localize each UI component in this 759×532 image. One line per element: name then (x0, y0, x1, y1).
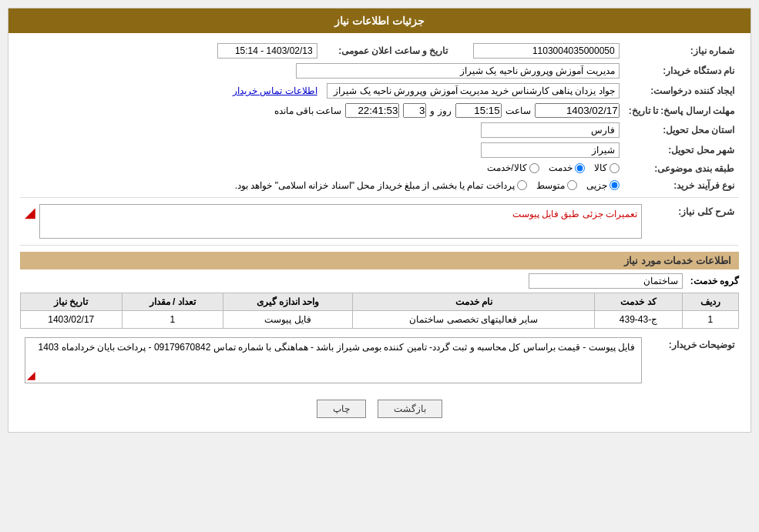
deadline-remaining-input[interactable] (345, 103, 399, 118)
page-title: جزئیات اطلاعات نیاز (8, 8, 751, 33)
deadline-days-input[interactable] (403, 103, 426, 118)
purchase-jozii-option[interactable]: جزیی (586, 180, 620, 191)
notes-resize-arrow: ◢ (27, 369, 35, 381)
purchase-motawaset-option[interactable]: متوسط (536, 180, 577, 191)
services-section-title: اطلاعات خدمات مورد نیاز (20, 252, 739, 269)
print-button[interactable]: چاپ (317, 400, 366, 418)
category-kala-option[interactable]: کالا (594, 162, 620, 173)
purchase-motawaset-label: متوسط (536, 180, 565, 191)
deadline-date-input[interactable] (535, 103, 620, 118)
buyer-notes-box: فایل پیوست - قیمت براساس کل محاسبه و ثبت… (25, 337, 642, 383)
deadline-remaining-label: ساعت باقی مانده (274, 105, 342, 116)
buyer-org-label: نام دستگاه خریدار: (624, 61, 739, 81)
creator-input[interactable] (327, 83, 620, 99)
col-header-qty: تعداد / مقدار (122, 293, 223, 310)
action-buttons: بازگشت چاپ (20, 393, 739, 424)
province-label: استان محل تحویل: (624, 120, 739, 140)
need-number-input[interactable] (473, 43, 620, 59)
col-header-name: نام خدمت (353, 293, 595, 310)
category-kala-khedmat-label: کالا/خدمت (487, 162, 526, 173)
cell-name: سایر فعالیتهای تخصصی ساختمان (353, 310, 595, 328)
service-group-input[interactable] (529, 273, 683, 289)
purchase-jozii-label: جزیی (586, 180, 607, 191)
services-table: ردیف کد خدمت نام خدمت واحد اندازه گیری ت… (20, 293, 739, 329)
purchase-esnad-label: پرداخت تمام یا بخشی از مبلغ خریداز محل "… (235, 180, 515, 191)
need-number-label: شماره نیاز: (624, 41, 739, 61)
deadline-days-label: روز و (430, 105, 451, 116)
deadline-time-input[interactable] (455, 103, 502, 118)
buyer-notes-text: فایل پیوست - قیمت براساس کل محاسبه و ثبت… (39, 342, 635, 353)
table-row: 1 ج-43-439 سایر فعالیتهای تخصصی ساختمان … (21, 310, 739, 328)
resize-arrow: ◢ (25, 204, 35, 221)
cell-date: 1403/02/17 (21, 310, 123, 328)
cell-code: ج-43-439 (595, 310, 682, 328)
cell-unit: فایل پیوست (223, 310, 352, 328)
city-label: شهر محل تحویل: (624, 140, 739, 160)
service-group-label: گروه خدمت: (690, 276, 739, 286)
category-khedmat-option[interactable]: خدمت (549, 162, 585, 173)
buyer-notes-label: توضیحات خریدار: (646, 335, 739, 386)
col-header-code: کد خدمت (595, 293, 682, 310)
creator-label: ایجاد کننده درخواست: (624, 81, 739, 101)
need-description-label: شرح کلی نیاز: (646, 202, 739, 241)
purchase-esnad-option[interactable]: پرداخت تمام یا بخشی از مبلغ خریداز محل "… (235, 180, 527, 191)
category-kala-label: کالا (594, 162, 607, 173)
province-input[interactable] (481, 122, 620, 138)
buyer-org-input[interactable] (296, 63, 620, 79)
announce-date-input[interactable] (217, 43, 317, 59)
purchase-type-label: نوع فرآیند خرید: (624, 178, 739, 193)
need-description-text: تعمیرات جزئی طبق فایل پیوست (512, 209, 637, 219)
deadline-time-label: ساعت (505, 105, 531, 116)
category-label: طبقه بندی موضوعی: (624, 160, 739, 178)
contact-link[interactable]: اطلاعات تماس خریدار (233, 85, 317, 96)
col-header-row: ردیف (682, 293, 738, 310)
cell-qty: 1 (122, 310, 223, 328)
city-input[interactable] (481, 142, 620, 158)
category-kala-khedmat-option[interactable]: کالا/خدمت (487, 162, 539, 173)
col-header-date: تاریخ نیاز (21, 293, 123, 310)
category-khedmat-label: خدمت (549, 162, 573, 173)
announce-date-label: تاریخ و ساعت اعلان عمومی: (322, 41, 453, 61)
back-button[interactable]: بازگشت (378, 400, 442, 418)
col-header-unit: واحد اندازه گیری (223, 293, 352, 310)
need-description-box: تعمیرات جزئی طبق فایل پیوست (39, 204, 642, 239)
deadline-label: مهلت ارسال پاسخ: تا تاریخ: (624, 101, 739, 120)
cell-row: 1 (682, 310, 738, 328)
